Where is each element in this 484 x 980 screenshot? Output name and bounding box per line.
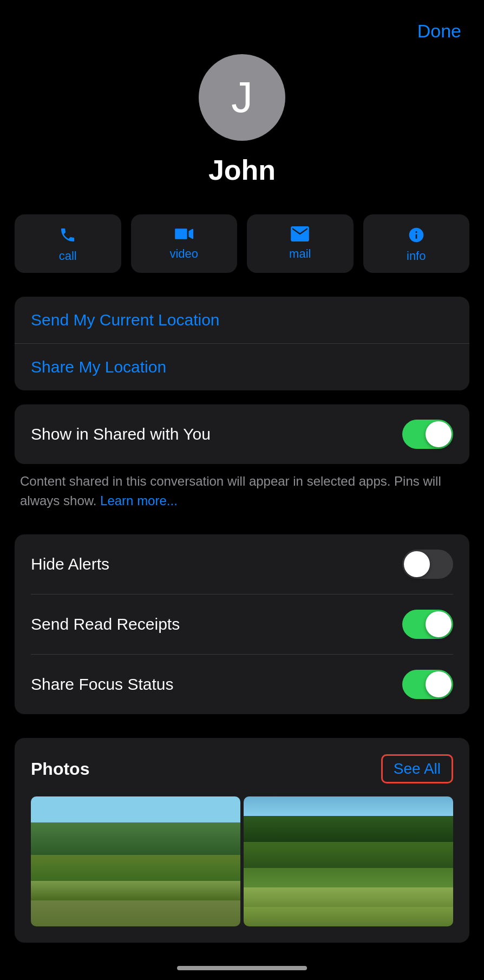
share-focus-status-toggle[interactable] xyxy=(402,670,453,699)
hide-alerts-toggle[interactable] xyxy=(402,550,453,579)
info-icon xyxy=(408,226,425,244)
photos-section: Photos See All xyxy=(15,738,469,943)
done-button[interactable]: Done xyxy=(417,21,461,42)
avatar: J xyxy=(199,54,285,141)
share-focus-status-label: Share Focus Status xyxy=(31,675,173,694)
shared-description: Content shared in this conversation will… xyxy=(15,472,469,511)
video-icon xyxy=(175,226,193,241)
photo-thumbnail-1[interactable] xyxy=(31,796,240,926)
contact-name: John xyxy=(208,154,276,186)
video-label: video xyxy=(169,247,198,261)
mail-icon xyxy=(291,226,309,241)
hide-alerts-label: Hide Alerts xyxy=(31,555,109,573)
share-location-label: Share My Location xyxy=(31,358,166,376)
shared-with-you-section: Show in Shared with You xyxy=(15,404,469,464)
home-indicator xyxy=(177,966,307,970)
screen: Done J John call video xyxy=(0,0,484,980)
info-button[interactable]: info xyxy=(363,214,470,273)
learn-more-link[interactable]: Learn more... xyxy=(100,493,178,508)
location-section: Send My Current Location Share My Locati… xyxy=(15,297,469,390)
show-shared-label: Show in Shared with You xyxy=(31,425,211,443)
mail-button[interactable]: mail xyxy=(247,214,354,273)
toggle-thumb xyxy=(426,421,452,447)
photos-header: Photos See All xyxy=(31,754,453,783)
info-label: info xyxy=(407,249,426,263)
see-all-button[interactable]: See All xyxy=(381,754,453,783)
video-button[interactable]: video xyxy=(131,214,238,273)
send-location-button[interactable]: Send My Current Location xyxy=(15,297,469,344)
send-read-receipts-thumb xyxy=(426,611,452,637)
avatar-initial: J xyxy=(231,73,253,122)
send-location-label: Send My Current Location xyxy=(31,311,220,329)
hide-alerts-thumb xyxy=(404,551,430,577)
phone-icon xyxy=(59,226,76,244)
alerts-section: Hide Alerts Send Read Receipts Share Foc… xyxy=(15,534,469,714)
share-location-button[interactable]: Share My Location xyxy=(15,344,469,390)
mail-label: mail xyxy=(289,247,311,261)
hide-alerts-row: Hide Alerts xyxy=(31,534,453,594)
action-row: call video mail xyxy=(15,214,469,273)
photos-grid xyxy=(31,796,453,926)
send-read-receipts-toggle[interactable] xyxy=(402,610,453,639)
call-button[interactable]: call xyxy=(15,214,121,273)
photo-thumbnail-2[interactable] xyxy=(244,796,453,926)
photos-title: Photos xyxy=(31,759,89,779)
share-focus-status-row: Share Focus Status xyxy=(31,654,453,714)
share-focus-status-thumb xyxy=(426,671,452,697)
avatar-section: J John xyxy=(199,54,285,186)
show-shared-toggle[interactable] xyxy=(402,420,453,449)
call-label: call xyxy=(59,249,77,263)
send-read-receipts-label: Send Read Receipts xyxy=(31,615,180,633)
send-read-receipts-row: Send Read Receipts xyxy=(31,594,453,654)
show-shared-row: Show in Shared with You xyxy=(31,404,453,464)
